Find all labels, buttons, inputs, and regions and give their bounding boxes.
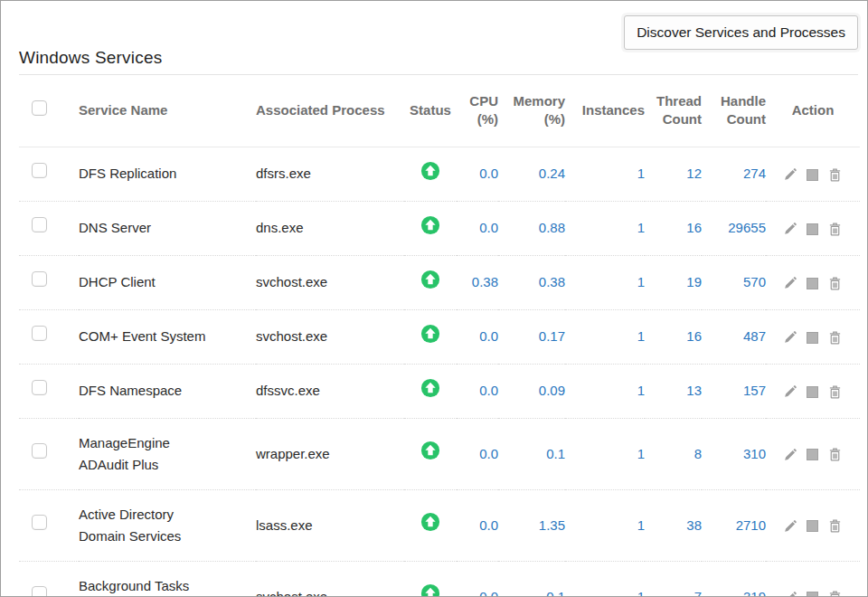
stop-icon[interactable] bbox=[807, 332, 818, 344]
service-name: DFS Namespace bbox=[79, 380, 182, 402]
discover-services-button[interactable]: Discover Services and Processes bbox=[624, 15, 858, 50]
thread-count-value: 8 bbox=[645, 418, 702, 489]
table-row: DNS Server dns.exe 0.0 0.88 1 16 29655 bbox=[19, 201, 860, 255]
edit-icon[interactable] bbox=[783, 222, 797, 236]
cpu-value: 0.0 bbox=[457, 201, 498, 255]
cpu-value: 0.38 bbox=[457, 255, 498, 309]
stop-icon[interactable] bbox=[807, 520, 818, 532]
edit-icon[interactable] bbox=[783, 276, 797, 290]
memory-value: 1.35 bbox=[498, 489, 565, 561]
delete-icon[interactable] bbox=[827, 384, 843, 400]
select-all-checkbox[interactable] bbox=[32, 100, 47, 116]
edit-icon[interactable] bbox=[783, 519, 797, 534]
memory-value: 0.88 bbox=[498, 201, 565, 255]
instances-value: 1 bbox=[565, 418, 645, 489]
stop-icon[interactable] bbox=[807, 592, 818, 597]
row-checkbox[interactable] bbox=[32, 326, 47, 341]
associated-process: wrapper.exe bbox=[256, 418, 404, 489]
row-checkbox[interactable] bbox=[32, 271, 47, 287]
instances-value: 1 bbox=[565, 561, 645, 597]
associated-process: dfsrs.exe bbox=[256, 147, 404, 201]
col-cpu: CPU (%) bbox=[457, 75, 498, 147]
stop-icon[interactable] bbox=[807, 223, 818, 235]
status-up-icon bbox=[420, 441, 440, 460]
handle-count-value: 29655 bbox=[702, 201, 766, 255]
cpu-value: 0.0 bbox=[457, 364, 498, 418]
associated-process: svchost.exe bbox=[256, 309, 404, 364]
thread-count-value: 12 bbox=[645, 147, 702, 201]
service-name: ManageEngine ADAudit Plus bbox=[79, 432, 210, 476]
table-row: Background Tasks Infrastructure Service … bbox=[19, 561, 860, 597]
cpu-value: 0.0 bbox=[457, 309, 498, 364]
table-row: DFS Namespace dfssvc.exe 0.0 0.09 1 13 1… bbox=[19, 364, 860, 418]
handle-count-value: 570 bbox=[702, 255, 766, 309]
row-checkbox[interactable] bbox=[32, 163, 47, 178]
col-handle-count: Handle Count bbox=[702, 75, 766, 147]
handle-count-value: 157 bbox=[702, 364, 766, 418]
thread-count-value: 19 bbox=[645, 255, 702, 309]
table-row: ManageEngine ADAudit Plus wrapper.exe 0.… bbox=[19, 418, 860, 489]
delete-icon[interactable] bbox=[827, 222, 843, 237]
stop-icon[interactable] bbox=[807, 169, 818, 181]
row-checkbox[interactable] bbox=[32, 515, 47, 530]
memory-value: 0.38 bbox=[498, 255, 565, 309]
status-up-icon bbox=[420, 161, 440, 181]
handle-count-value: 274 bbox=[702, 147, 766, 201]
stop-icon[interactable] bbox=[807, 449, 818, 460]
row-checkbox[interactable] bbox=[32, 443, 47, 459]
stop-icon[interactable] bbox=[807, 386, 818, 398]
delete-icon[interactable] bbox=[827, 518, 843, 534]
service-name: COM+ Event System bbox=[79, 326, 205, 347]
service-name: Background Tasks Infrastructure Service bbox=[79, 575, 210, 597]
header-checkbox-cell bbox=[19, 75, 79, 147]
memory-value: 0.24 bbox=[498, 147, 565, 201]
service-name: DFS Replication bbox=[79, 163, 176, 185]
service-name: DHCP Client bbox=[79, 271, 156, 293]
instances-value: 1 bbox=[565, 309, 645, 364]
col-status: Status bbox=[404, 75, 457, 147]
instances-value: 1 bbox=[565, 201, 645, 255]
row-checkbox[interactable] bbox=[32, 217, 47, 232]
table-body: DFS Replication dfsrs.exe 0.0 0.24 1 12 … bbox=[19, 147, 860, 597]
delete-icon[interactable] bbox=[827, 167, 843, 183]
delete-icon[interactable] bbox=[827, 276, 843, 291]
thread-count-value: 38 bbox=[645, 489, 702, 561]
edit-icon[interactable] bbox=[783, 167, 797, 182]
memory-value: 0.1 bbox=[498, 418, 565, 489]
status-up-icon bbox=[420, 270, 440, 289]
windows-services-page: Discover Services and Processes Windows … bbox=[0, 0, 868, 597]
status-up-icon bbox=[420, 583, 440, 597]
status-up-icon bbox=[420, 378, 440, 398]
associated-process: dns.exe bbox=[256, 201, 404, 255]
status-up-icon bbox=[420, 512, 440, 532]
thread-count-value: 16 bbox=[645, 201, 702, 255]
col-service-name: Service Name bbox=[79, 75, 256, 147]
thread-count-value: 13 bbox=[645, 364, 702, 418]
memory-value: 0.17 bbox=[498, 309, 565, 364]
cpu-value: 0.0 bbox=[457, 418, 498, 489]
memory-value: 0.09 bbox=[498, 364, 565, 418]
edit-icon[interactable] bbox=[783, 448, 797, 462]
delete-icon[interactable] bbox=[827, 447, 843, 462]
status-up-icon bbox=[420, 324, 440, 344]
col-action: Action bbox=[766, 75, 860, 147]
handle-count-value: 487 bbox=[702, 309, 766, 364]
table-row: COM+ Event System svchost.exe 0.0 0.17 1… bbox=[19, 309, 860, 364]
col-memory: Memory (%) bbox=[498, 75, 565, 147]
service-name: DNS Server bbox=[79, 217, 151, 239]
edit-icon[interactable] bbox=[783, 591, 797, 597]
delete-icon[interactable] bbox=[827, 590, 843, 597]
edit-icon[interactable] bbox=[783, 384, 797, 399]
row-checkbox[interactable] bbox=[32, 586, 47, 597]
services-table: Service Name Associated Process Status C… bbox=[19, 75, 860, 597]
thread-count-value: 16 bbox=[645, 309, 702, 364]
table-row: DFS Replication dfsrs.exe 0.0 0.24 1 12 … bbox=[19, 147, 860, 201]
delete-icon[interactable] bbox=[827, 330, 843, 346]
stop-icon[interactable] bbox=[807, 278, 818, 289]
cpu-value: 0.0 bbox=[457, 489, 498, 561]
row-checkbox[interactable] bbox=[32, 380, 47, 395]
edit-icon[interactable] bbox=[783, 330, 797, 345]
col-associated-process: Associated Process bbox=[256, 75, 404, 147]
table-row: DHCP Client svchost.exe 0.38 0.38 1 19 5… bbox=[19, 255, 860, 309]
cpu-value: 0.0 bbox=[457, 147, 498, 201]
